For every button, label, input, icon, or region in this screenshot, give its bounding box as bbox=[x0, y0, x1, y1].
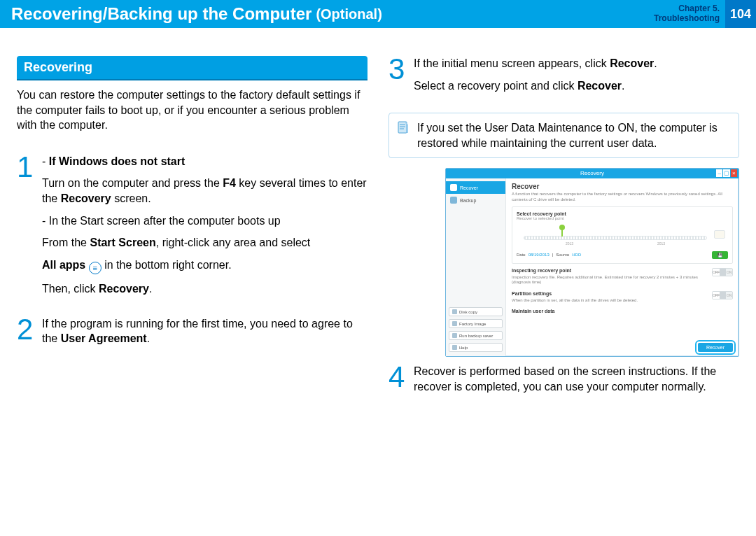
step1-l4a: From the bbox=[42, 237, 90, 248]
hdd-icon bbox=[714, 230, 725, 239]
step1-line3: In the Start screen after the computer b… bbox=[42, 213, 368, 229]
step1-l6a: Then, click bbox=[42, 283, 99, 295]
insp-desc: Inspection recovery file. Requires addit… bbox=[512, 275, 698, 284]
minimize-icon[interactable]: – bbox=[716, 169, 722, 177]
sw-off2: OFF bbox=[713, 292, 720, 299]
step-1: 1 If Windows does not start Turn on the … bbox=[17, 154, 368, 304]
userdata-title: Maintain user data bbox=[512, 309, 733, 314]
sidebar-disk-copy[interactable]: Disk copy bbox=[449, 307, 503, 316]
step-number-3: 3 bbox=[388, 56, 414, 83]
page-title: Recovering/Backing up the Computer bbox=[11, 4, 312, 24]
sw-off: OFF bbox=[713, 269, 720, 276]
step1-l4b: , right-click any area and select bbox=[156, 237, 311, 248]
step1-l6b: . bbox=[149, 283, 152, 295]
meta-row: Date 08/19/2013 | Source HDD 💾 bbox=[517, 251, 728, 259]
save-icon[interactable]: 💾 bbox=[712, 251, 728, 259]
info-text: If you set the User Data Maintenance to … bbox=[417, 122, 718, 149]
chapter-line2: Troubleshooting bbox=[654, 14, 720, 24]
panel1-title: Select recovery point bbox=[517, 211, 566, 216]
meta-src-v: HDD bbox=[572, 253, 581, 257]
row-partition: Partition settings When the partition is… bbox=[512, 291, 733, 304]
meta-src-l: Source bbox=[556, 253, 569, 257]
sw-on2: ON bbox=[726, 292, 732, 299]
sidebar-backup-label: Backup bbox=[460, 198, 476, 203]
row-inspecting: Inspecting recovery point Inspection rec… bbox=[512, 268, 733, 285]
app-titlebar: Recovery – ▢ × bbox=[446, 169, 738, 178]
insp-title: Inspecting recovery point bbox=[512, 268, 706, 274]
part-desc: When the partition is set, all the data … bbox=[512, 298, 638, 302]
step3-l2b: . bbox=[622, 80, 624, 92]
app-main: Recover A function that recovers the com… bbox=[506, 178, 738, 356]
header-right: Chapter 5. Troubleshooting 104 bbox=[654, 0, 756, 28]
step3-l1a: If the initial menu screen appears, clic… bbox=[414, 57, 610, 69]
backup-icon bbox=[450, 197, 457, 204]
step2-b: . bbox=[147, 332, 150, 344]
step1-l2c: screen. bbox=[111, 192, 151, 204]
recover-button[interactable]: Recover bbox=[698, 343, 733, 352]
step1-start-screen: Start Screen bbox=[90, 237, 155, 248]
intro-text: You can restore the computer settings to… bbox=[17, 87, 368, 133]
app-title: Recovery bbox=[580, 170, 604, 176]
sidebar-item-recover[interactable]: Recover bbox=[446, 181, 505, 194]
step2-bold: User Agreement bbox=[61, 332, 147, 344]
step1-l2a: Turn on the computer and press the bbox=[42, 177, 223, 189]
year-a: 2013 bbox=[566, 241, 573, 246]
app-sidebar: Recover Backup Disk copy Factory Image R… bbox=[446, 178, 506, 356]
step3-l1b: . bbox=[654, 57, 657, 69]
note-icon bbox=[396, 120, 410, 134]
page-subtitle: (Optional) bbox=[316, 6, 382, 22]
switch-partition[interactable]: OFF ON bbox=[712, 291, 733, 299]
right-column: 3 If the initial menu screen appears, cl… bbox=[388, 56, 739, 414]
meta-date-v: 08/19/2013 bbox=[528, 253, 550, 257]
step-number-2: 2 bbox=[17, 316, 42, 343]
step1-heading: If Windows does not start bbox=[49, 155, 186, 167]
main-desc: A function that recovers the computer to… bbox=[512, 192, 733, 202]
page-header: Recovering/Backing up the Computer (Opti… bbox=[0, 0, 756, 28]
meta-date-l: Date bbox=[517, 253, 526, 257]
sidebar-factory-image[interactable]: Factory Image bbox=[449, 319, 503, 328]
step-2: 2 If the program is running for the firs… bbox=[17, 316, 368, 353]
step-3: 3 If the initial menu screen appears, cl… bbox=[388, 56, 739, 100]
sidebar-recover-label: Recover bbox=[460, 185, 478, 190]
close-icon[interactable]: × bbox=[731, 169, 737, 177]
sidebar-run-backup[interactable]: Run backup saver bbox=[449, 331, 503, 340]
step3-bold2: Recover bbox=[578, 80, 622, 92]
step1-key: F4 bbox=[223, 177, 236, 189]
row-userdata: Maintain user data bbox=[512, 309, 733, 316]
window-controls[interactable]: – ▢ × bbox=[716, 169, 737, 177]
step1-recovery: Recovery bbox=[61, 192, 111, 204]
panel1-sub: Recover to selected point bbox=[517, 216, 728, 220]
sidebar-help[interactable]: Help bbox=[449, 343, 503, 352]
year-b: 2013 bbox=[657, 241, 665, 246]
sw-on: ON bbox=[726, 269, 732, 276]
step-number-1: 1 bbox=[17, 154, 42, 181]
chapter-line1: Chapter 5. bbox=[654, 4, 720, 14]
step3-l2a: Select a recovery point and click bbox=[414, 80, 578, 92]
svg-rect-0 bbox=[398, 122, 407, 133]
main-title: Recover bbox=[512, 183, 733, 190]
step4-text: Recover is performed based on the screen… bbox=[414, 364, 739, 394]
left-column: Recovering You can restore the computer … bbox=[17, 56, 368, 414]
step-number-4: 4 bbox=[388, 364, 414, 390]
maximize-icon[interactable]: ▢ bbox=[723, 169, 729, 177]
chapter-label: Chapter 5. Troubleshooting bbox=[654, 4, 725, 24]
step-4: 4 Recover is performed based on the scre… bbox=[388, 364, 739, 401]
recover-icon bbox=[450, 184, 457, 191]
step1-allapps: All apps bbox=[42, 259, 85, 271]
page-number: 104 bbox=[725, 0, 756, 28]
timeline-pin[interactable] bbox=[559, 225, 566, 236]
step3-bold1: Recover bbox=[610, 57, 654, 69]
section-label-recovering: Recovering bbox=[17, 56, 368, 80]
part-title: Partition settings bbox=[512, 291, 706, 297]
sidebar-item-backup[interactable]: Backup bbox=[446, 194, 505, 206]
step1-l5b: in the bottom right corner. bbox=[104, 259, 231, 271]
all-apps-icon bbox=[89, 262, 102, 274]
panel-select-recovery-point: Select recovery point Recover to selecte… bbox=[512, 206, 733, 264]
step1-recovery2: Recovery bbox=[99, 283, 149, 295]
switch-inspecting[interactable]: OFF ON bbox=[712, 268, 733, 276]
recovery-timeline[interactable]: 2013 2013 bbox=[517, 225, 728, 246]
info-note: If you set the User Data Maintenance to … bbox=[388, 113, 739, 158]
recovery-app-window: Recovery – ▢ × Recover Backup bbox=[445, 168, 739, 357]
